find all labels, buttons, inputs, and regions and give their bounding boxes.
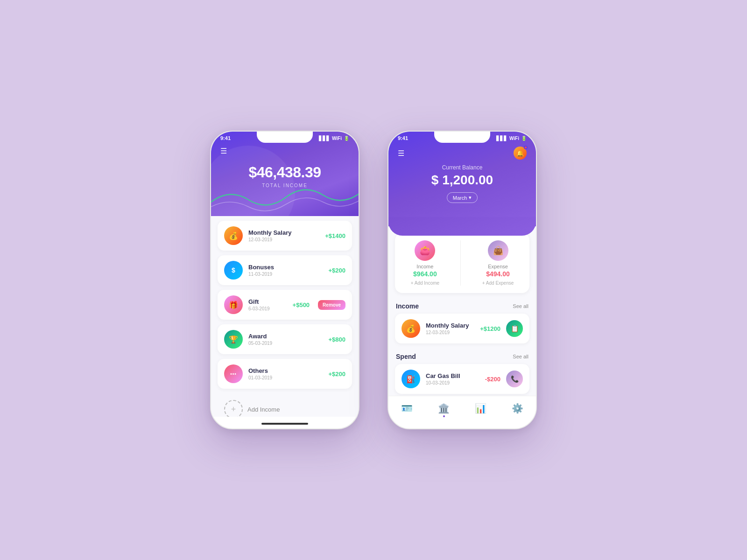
income-item-name: Monthly Salary <box>426 322 474 329</box>
phone2-header: 9:41 ▋▋▋ WiFi 🔋 ☰ 🔔 Current Balance $ 1,… <box>388 132 536 226</box>
nav-active-indicator <box>443 415 445 417</box>
chevron-down-icon: ▾ <box>469 195 472 201</box>
bell-notification-dot <box>524 146 528 149</box>
summary-card: 👛 Income $964.00 + Add Income 👜 Expense … <box>395 233 529 293</box>
bonuses-date: 11-03-2019 <box>248 272 323 277</box>
nav-card[interactable]: 🪪 <box>396 401 417 419</box>
salary-icon: 💰 <box>224 226 243 245</box>
add-income-btn-2[interactable]: + Add Income <box>411 280 439 286</box>
nav-stats[interactable]: 📊 <box>470 401 491 419</box>
notch-1 <box>257 132 313 143</box>
spend-see-all[interactable]: See all <box>513 354 529 359</box>
nav-settings[interactable]: ⚙️ <box>507 401 528 419</box>
status-time-1: 9:41 <box>220 135 231 141</box>
notch-2 <box>434 132 490 143</box>
balance-area: Current Balance $ 1,200.00 March ▾ <box>388 160 536 212</box>
spend-item-info: Car Gas Bill 10-03-2019 <box>426 372 479 385</box>
phone2-content: 👛 Income $964.00 + Add Income 👜 Expense … <box>388 226 536 422</box>
add-circle-icon: + <box>224 400 243 417</box>
hamburger-icon-2[interactable]: ☰ <box>398 149 404 158</box>
award-info: Award 05-03-2019 <box>248 333 323 346</box>
month-label: March <box>453 195 467 201</box>
status-icons-2: ▋▋▋ WiFi 🔋 <box>496 136 527 141</box>
add-expense-btn[interactable]: + Add Expense <box>482 280 514 286</box>
bank-nav-icon: 🏛️ <box>438 403 450 414</box>
signal-icon: ▋▋▋ <box>319 136 330 141</box>
others-date: 01-03-2019 <box>248 375 323 380</box>
income-action-btn[interactable]: 📋 <box>506 320 523 337</box>
bonuses-info: Bonuses 11-03-2019 <box>248 264 323 277</box>
income-item-amount: +$1200 <box>480 325 500 332</box>
status-icons-1: ▋▋▋ WiFi 🔋 <box>319 136 349 141</box>
remove-button[interactable]: Remove <box>318 300 345 310</box>
wifi-icon: WiFi <box>332 136 342 141</box>
transaction-item[interactable]: ••• Others 01-03-2019 +$200 <box>218 359 352 389</box>
spend-action-btn[interactable]: 📞 <box>506 371 523 387</box>
phone-2: 9:41 ▋▋▋ WiFi 🔋 ☰ 🔔 Current Balance $ 1,… <box>388 131 537 429</box>
gift-icon: 🎁 <box>224 295 243 314</box>
bottom-nav: 🪪 🏛️ 📊 ⚙️ <box>388 396 536 428</box>
expense-summary-amount: $494.00 <box>482 270 514 278</box>
phone2-header-top: ☰ 🔔 <box>388 141 536 160</box>
card-nav-icon: 🪪 <box>401 403 413 414</box>
award-icon: 🏆 <box>224 330 243 349</box>
award-name: Award <box>248 333 323 340</box>
transaction-list: 💰 Monthly Salary 12-03-2019 +$1400 $ Bon… <box>211 216 359 417</box>
balance-amount: $ 1,200.00 <box>398 173 527 188</box>
gift-name: Gift <box>248 298 287 305</box>
others-amount: +$200 <box>328 371 345 378</box>
income-section-title: Income <box>396 302 419 310</box>
phone1-header: 9:41 ▋▋▋ WiFi 🔋 ☰ $46,438.39 TOTAL INCOM… <box>211 132 359 216</box>
add-income-button[interactable]: + Add Income <box>218 393 352 417</box>
others-info: Others 01-03-2019 <box>248 367 323 380</box>
add-income-label: Add Income <box>247 406 280 413</box>
spend-item-amount: -$200 <box>485 376 500 383</box>
expense-summary-col: 👜 Expense $494.00 + Add Expense <box>482 240 514 286</box>
income-summary-title: Income <box>411 264 439 269</box>
total-label: TOTAL INCOME <box>220 183 349 188</box>
others-name: Others <box>248 367 323 374</box>
income-item-icon: 💰 <box>402 319 420 338</box>
income-section-header: Income See all <box>395 298 529 314</box>
spend-list-item[interactable]: ⛽ Car Gas Bill 10-03-2019 -$200 📞 <box>395 364 529 394</box>
stats-nav-icon: 📊 <box>475 403 486 414</box>
phone-1: 9:41 ▋▋▋ WiFi 🔋 ☰ $46,438.39 TOTAL INCOM… <box>210 131 359 429</box>
status-time-2: 9:41 <box>398 135 408 141</box>
income-summary-amount: $964.00 <box>411 270 439 278</box>
expense-summary-title: Expense <box>482 264 514 269</box>
award-date: 05-03-2019 <box>248 341 323 346</box>
total-amount: $46,438.39 <box>220 164 349 181</box>
signal-icon-2: ▋▋▋ <box>496 136 507 141</box>
spend-section-title: Spend <box>396 353 416 360</box>
spend-item-icon: ⛽ <box>402 370 420 388</box>
summary-divider <box>460 240 461 286</box>
salary-name: Monthly Salary <box>248 229 319 236</box>
spend-section-header: Spend See all <box>395 348 529 364</box>
award-amount: +$800 <box>328 336 345 343</box>
phone1-header-top: ☰ <box>211 141 359 155</box>
bell-icon[interactable]: 🔔 <box>514 147 527 160</box>
transaction-item[interactable]: 🏆 Award 05-03-2019 +$800 <box>218 324 352 354</box>
income-see-all[interactable]: See all <box>513 303 529 309</box>
gift-amount: +$500 <box>293 301 310 308</box>
battery-icon-2: 🔋 <box>521 136 527 141</box>
transaction-item[interactable]: 🎁 Gift 6-03-2019 +$500 Remove <box>218 290 352 320</box>
battery-icon: 🔋 <box>344 136 349 141</box>
home-bar-1 <box>261 423 308 425</box>
wifi-icon-2: WiFi <box>509 136 519 141</box>
bonuses-name: Bonuses <box>248 264 323 271</box>
month-picker[interactable]: March ▾ <box>447 192 478 203</box>
income-summary-icon: 👛 <box>415 240 435 261</box>
settings-nav-icon: ⚙️ <box>512 403 523 414</box>
phones-container: 9:41 ▋▋▋ WiFi 🔋 ☰ $46,438.39 TOTAL INCOM… <box>182 103 565 457</box>
salary-amount: +$1400 <box>325 232 345 239</box>
nav-bank[interactable]: 🏛️ <box>433 401 454 419</box>
salary-date: 12-03-2019 <box>248 237 319 242</box>
income-list-item[interactable]: 💰 Monthly Salary 12-03-2019 +$1200 📋 <box>395 314 529 343</box>
transaction-item[interactable]: $ Bonuses 11-03-2019 +$200 <box>218 255 352 285</box>
hamburger-icon[interactable]: ☰ <box>220 147 227 155</box>
transaction-item[interactable]: 💰 Monthly Salary 12-03-2019 +$1400 <box>218 221 352 251</box>
balance-label: Current Balance <box>398 164 527 171</box>
spend-item-date: 10-03-2019 <box>426 380 479 385</box>
expense-summary-icon: 👜 <box>488 240 508 261</box>
